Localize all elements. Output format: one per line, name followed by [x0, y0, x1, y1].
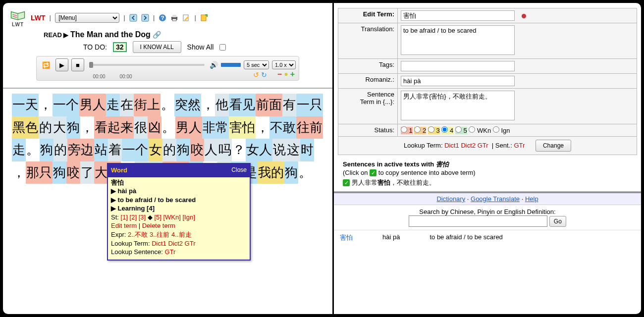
word[interactable]: 往前	[296, 116, 323, 139]
copy-sentence-btn[interactable]: ✓	[343, 179, 350, 186]
word[interactable]: 他	[215, 94, 229, 116]
word[interactable]: 很	[134, 116, 148, 139]
minus-icon[interactable]: −	[277, 70, 282, 79]
word[interactable]: ，	[256, 116, 269, 139]
word[interactable]: 那只	[26, 161, 53, 184]
seek-slider[interactable]	[89, 64, 205, 66]
change-button[interactable]: Change	[536, 140, 571, 152]
word[interactable]: 大	[53, 116, 66, 139]
bullet-icon[interactable]: ●	[284, 70, 288, 79]
dict2-link[interactable]: Dict2	[461, 142, 476, 149]
word[interactable]: 这	[286, 139, 300, 161]
word[interactable]: 说	[272, 139, 286, 161]
word[interactable]: 吗	[218, 139, 232, 161]
word[interactable]: 前面	[256, 94, 282, 116]
status-4[interactable]: 4	[441, 127, 453, 134]
word[interactable]: 狗	[66, 116, 80, 139]
sentence-input[interactable]: 男人非常{害怕}，不敢往前走。	[401, 91, 515, 120]
word[interactable]: 女	[149, 139, 162, 161]
word[interactable]: 看见	[229, 94, 256, 116]
word[interactable]: 狗	[40, 139, 54, 161]
word[interactable]: 走	[106, 94, 120, 116]
word[interactable]: 男人	[79, 94, 106, 116]
next-icon[interactable]	[141, 14, 149, 22]
redo-icon[interactable]: ↻	[261, 71, 267, 79]
popup-lookup-sent[interactable]: GTr	[164, 248, 175, 256]
dictionary-link[interactable]: Dictionary	[436, 195, 465, 203]
stop-button[interactable]: ■	[71, 58, 84, 71]
word[interactable]: 害怕	[229, 116, 256, 139]
help-link[interactable]: Help	[525, 195, 538, 203]
word[interactable]: 的	[39, 116, 53, 139]
word[interactable]: ，	[80, 116, 94, 139]
play-button[interactable]: ▶	[55, 58, 68, 71]
word[interactable]: 的	[162, 139, 176, 161]
word[interactable]: 咬	[190, 139, 204, 161]
undo-icon[interactable]: ↺	[253, 71, 259, 79]
status-WKn[interactable]: WKn	[469, 127, 491, 134]
speed-select[interactable]: 1.0 x	[272, 60, 296, 69]
gtr-link[interactable]: GTr	[478, 142, 488, 149]
word[interactable]: 街上	[134, 94, 161, 116]
word[interactable]: 凶	[148, 116, 161, 139]
gtranslate-link[interactable]: Google Translate	[471, 195, 520, 203]
word[interactable]: 。	[26, 139, 40, 161]
status-2[interactable]: 2	[414, 127, 426, 134]
word[interactable]: 着	[108, 139, 122, 161]
star-icon[interactable]	[200, 14, 208, 22]
word[interactable]: 。	[298, 161, 312, 184]
iknow-button[interactable]: I KNOW ALL	[133, 41, 181, 53]
word[interactable]: 。	[161, 94, 174, 116]
popup-edit-link[interactable]: Edit term	[111, 222, 137, 229]
status-1[interactable]: 1	[401, 127, 413, 134]
popup-status-rest[interactable]: [5] [WKn] [Ign]	[154, 213, 195, 221]
word[interactable]: 站	[94, 139, 108, 161]
word[interactable]: 不敢	[269, 116, 296, 139]
rewind-select[interactable]: 5 sec	[244, 60, 269, 69]
word[interactable]: 狗	[53, 161, 66, 184]
word[interactable]: 咬	[66, 161, 80, 184]
edit-icon[interactable]	[182, 14, 190, 22]
result-term[interactable]: 害怕	[340, 233, 353, 242]
volume-slider[interactable]	[221, 63, 241, 67]
word[interactable]: 一天	[12, 94, 39, 116]
word[interactable]: 狗	[176, 139, 190, 161]
help-icon[interactable]: ?	[159, 14, 166, 22]
word[interactable]: 非常	[202, 116, 229, 139]
prev-icon[interactable]	[129, 14, 137, 22]
word[interactable]: ，	[201, 94, 215, 116]
go-button[interactable]: Go	[549, 216, 566, 227]
dict1-link[interactable]: Dict1	[444, 142, 459, 149]
word[interactable]: 一个	[53, 94, 79, 116]
word[interactable]: 黑色	[12, 116, 39, 139]
sent-gtr-link[interactable]: GTr	[514, 142, 525, 149]
word[interactable]: 一个	[122, 139, 149, 161]
tags-input[interactable]	[401, 61, 515, 71]
popup-expr[interactable]: 2..不敢 3..往前 4..前走	[128, 231, 192, 238]
word[interactable]: 走	[12, 139, 26, 161]
word[interactable]: 女人	[246, 139, 272, 161]
word[interactable]: 有	[282, 94, 296, 116]
word[interactable]: 时	[300, 139, 314, 161]
print-icon[interactable]	[170, 14, 178, 22]
status-3[interactable]: 3	[428, 127, 440, 134]
showall-checkbox[interactable]	[219, 44, 226, 51]
word[interactable]: 一只	[296, 94, 323, 116]
word[interactable]: 我的	[258, 161, 284, 184]
word[interactable]: 看起来	[94, 116, 134, 139]
word[interactable]: 男人	[175, 116, 202, 139]
repeat-button[interactable]: 🔁	[40, 58, 53, 71]
word[interactable]: 人	[204, 139, 218, 161]
word[interactable]: ，	[12, 161, 26, 184]
popup-status-links[interactable]: [1] [2] [3]	[121, 213, 146, 221]
word[interactable]: 旁边	[67, 139, 94, 161]
popup-close[interactable]: Close	[231, 165, 247, 176]
word[interactable]: 在	[120, 94, 134, 116]
translation-input[interactable]: to be afraid / to be scared	[401, 25, 515, 55]
word[interactable]: ，	[39, 94, 53, 116]
word[interactable]: 了	[80, 161, 94, 184]
plus-icon[interactable]: +	[290, 70, 295, 79]
main-menu[interactable]: [Menu]	[55, 13, 119, 23]
status-5[interactable]: 5	[455, 127, 467, 134]
popup-delete-link[interactable]: Delete term	[142, 222, 175, 229]
